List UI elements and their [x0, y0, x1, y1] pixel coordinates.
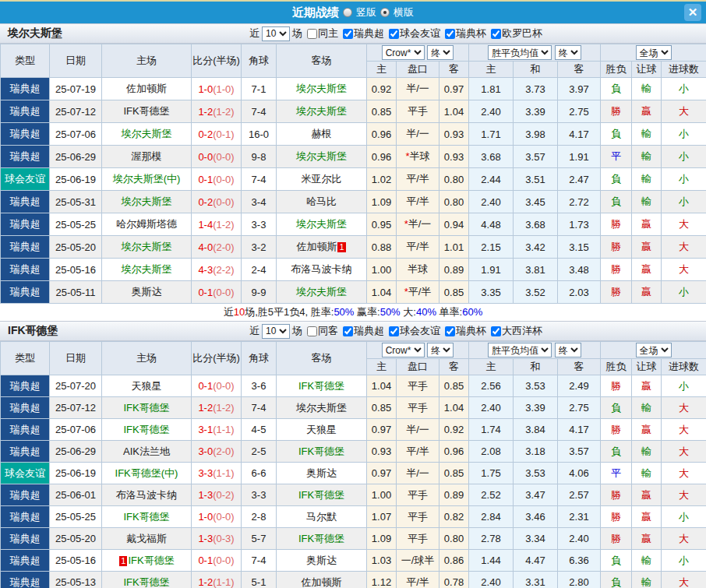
layout-horizontal-label[interactable]: 横版	[394, 5, 414, 19]
date-cell: 25-05-11	[50, 281, 102, 304]
match-row: 瑞典超25-07-12IFK哥德堡1-2(1-2)7-4埃尔夫斯堡0.85平手1…	[1, 397, 706, 419]
scope-select[interactable]: 全场	[636, 45, 672, 60]
odds-final-select[interactable]: 终	[427, 343, 454, 357]
filters-1: 近 10 场 同主 瑞典超 球会友谊 瑞典杯 欧罗巴杯	[249, 26, 542, 41]
match-count-select[interactable]: 10	[262, 324, 290, 339]
home-team-cell: IFK哥德堡(中)	[102, 463, 192, 484]
result-wdl-cell: 勝	[601, 259, 632, 281]
handicap-cell: 半/一	[397, 419, 439, 441]
handicap-cell: 平手	[397, 484, 439, 506]
odds-source-select[interactable]: Crow*	[382, 45, 425, 60]
layout-vertical-label[interactable]: 竖版	[356, 5, 376, 19]
col-odds-line: 盘口	[397, 359, 439, 375]
team-name: IFK哥德堡	[128, 555, 174, 566]
match-count-select[interactable]: 10	[262, 26, 290, 41]
handicap-line: 平手	[408, 402, 428, 414]
team-name: 埃尔夫斯堡	[296, 286, 347, 298]
corner-cell: 7-4	[242, 100, 277, 123]
result-wdl-cell: 負	[601, 168, 632, 191]
away-team-cell: 天狼星	[277, 419, 367, 441]
league-filter-checkbox[interactable]	[343, 29, 353, 39]
avg-final-select[interactable]: 终	[555, 343, 581, 357]
layout-vertical-radio[interactable]	[343, 8, 352, 17]
avg-away-cell: 3.48	[558, 259, 601, 281]
result-goals-cell: 大	[662, 484, 706, 506]
col-type: 类型	[1, 44, 50, 78]
result-goals-cell: 小	[662, 550, 706, 572]
team-name: 埃尔夫斯堡	[122, 241, 172, 252]
avg-draw-cell: 3.42	[514, 236, 558, 259]
home-team-cell: IFK哥德堡	[102, 100, 192, 123]
corner-cell: 9-8	[242, 146, 277, 168]
summary-segment: 50%	[334, 306, 354, 318]
team-name: 戴戈福斯	[126, 533, 167, 544]
odds-away-cell: 0.97	[439, 78, 469, 100]
odds-away-cell: 0.85	[439, 463, 469, 484]
col-home: 主场	[102, 342, 192, 375]
league-filter-checkbox[interactable]	[343, 326, 353, 336]
handicap-cell: 平/半	[397, 572, 439, 588]
col-result-goals: 进球数	[662, 359, 706, 375]
result-wdl-cell: 勝	[601, 100, 632, 123]
halftime-score: (0-0)	[213, 511, 234, 523]
avg-source-select[interactable]: 胜平负均值	[488, 343, 552, 357]
odds-source-select[interactable]: Crow*	[382, 343, 425, 357]
result-wdl-cell: 負	[601, 397, 632, 419]
team-name: 埃尔夫斯堡	[296, 83, 347, 94]
odds-away-cell: 0.89	[439, 259, 469, 281]
league-filter-checkbox[interactable]	[445, 326, 455, 336]
result-wdl-cell: 勝	[601, 419, 632, 441]
date-cell: 25-06-29	[50, 441, 102, 463]
league-filter-label: 瑞典杯	[456, 324, 486, 338]
avg-home-cell: 2.15	[469, 236, 514, 259]
match-row: 瑞典超25-05-16埃尔夫斯堡4-3(2-2)2-4布洛马波卡纳1.00半球0…	[1, 259, 706, 281]
same-venue-checkbox[interactable]	[307, 29, 317, 39]
result-goals-cell: 大	[662, 463, 706, 484]
league-filter-checkbox[interactable]	[389, 29, 399, 39]
match-row: 瑞典超25-05-25IFK哥德堡1-0(0-0)2-8马尔默1.07平手0.8…	[1, 506, 706, 528]
odds-home-cell: 1.02	[367, 168, 397, 191]
team-name: AIK法兰地	[123, 445, 170, 457]
team-name: 埃尔夫斯堡	[296, 402, 347, 414]
avg-draw-cell: 3.98	[514, 123, 558, 146]
date-cell: 25-05-13	[50, 572, 102, 588]
odds-final-select[interactable]: 终	[427, 45, 454, 60]
avg-final-select[interactable]: 终	[555, 45, 581, 60]
games-label: 场	[292, 324, 302, 338]
score-cell: 1-2(1-2)	[192, 397, 242, 419]
same-venue-checkbox[interactable]	[307, 326, 317, 336]
team-name: 埃尔夫斯堡	[122, 195, 172, 207]
league-filter-checkbox[interactable]	[389, 326, 399, 336]
avg-source-select[interactable]: 胜平负均值	[488, 45, 552, 60]
odds-home-cell: 1.09	[367, 191, 397, 213]
layout-horizontal-radio[interactable]	[380, 8, 390, 17]
halftime-score: (1-0)	[213, 83, 234, 95]
scope-group-header: 全场	[601, 44, 706, 62]
fulltime-score: 1-3	[198, 533, 213, 544]
odds-home-cell: 0.92	[367, 78, 397, 100]
team-name: 佐加顿斯	[302, 576, 342, 588]
recent-results-dialog: 近期战绩 竖版 横版 ✕ 埃尔夫斯堡 近 10 场 同主 瑞典超 球会友谊 瑞典…	[0, 0, 706, 588]
league-filter-checkbox[interactable]	[445, 29, 455, 39]
result-wdl-cell: 平	[601, 146, 632, 168]
match-row: 瑞典超25-07-12IFK哥德堡1-2(1-2)7-4埃尔夫斯堡0.85平手1…	[1, 100, 706, 123]
result-handicap-cell: 輸	[632, 191, 662, 213]
col-score: 比分(半场)	[192, 342, 242, 375]
league-filter-checkbox[interactable]	[491, 29, 501, 39]
close-button[interactable]: ✕	[684, 4, 701, 21]
col-away: 客场	[277, 44, 367, 78]
matches-table-2: 类型 日期 主场 比分(半场) 角球 客场 Crow* 终 胜平负均值 终 全场	[0, 341, 706, 588]
league-filter-checkbox[interactable]	[491, 326, 501, 336]
handicap-cell: 半/一	[397, 78, 439, 100]
team-name: IFK哥德堡	[298, 489, 344, 501]
col-odds-line: 盘口	[397, 62, 439, 78]
odds-away-cell: 0.89	[439, 484, 469, 506]
near-label: 近	[249, 324, 259, 338]
league-cell: 瑞典超	[1, 259, 50, 281]
scope-select[interactable]: 全场	[636, 343, 672, 357]
result-wdl-cell: 勝	[601, 506, 632, 528]
handicap-cell: 平手	[397, 528, 439, 550]
team-name: IFK哥德堡	[123, 105, 169, 117]
league-cell: 球会友谊	[1, 168, 50, 191]
result-handicap-cell: 輸	[632, 78, 662, 100]
